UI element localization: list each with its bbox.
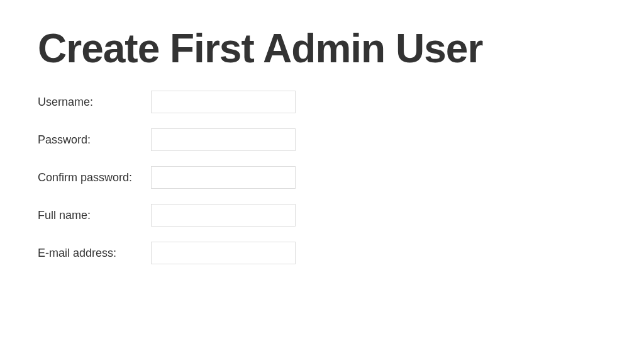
page-title: Create First Admin User [38, 25, 606, 72]
confirm-password-label: Confirm password: [38, 171, 151, 184]
form-row-username: Username: [38, 91, 606, 113]
email-label: E-mail address: [38, 247, 151, 260]
form-row-password: Password: [38, 128, 606, 151]
username-label: Username: [38, 96, 151, 109]
full-name-label: Full name: [38, 209, 151, 222]
form-row-full-name: Full name: [38, 204, 606, 227]
email-input[interactable] [151, 242, 296, 264]
form-row-confirm-password: Confirm password: [38, 166, 606, 189]
create-admin-form: Username: Password: Confirm password: Fu… [38, 91, 606, 264]
username-input[interactable] [151, 91, 296, 113]
password-label: Password: [38, 133, 151, 147]
password-input[interactable] [151, 128, 296, 151]
form-row-email: E-mail address: [38, 242, 606, 264]
confirm-password-input[interactable] [151, 166, 296, 189]
full-name-input[interactable] [151, 204, 296, 227]
